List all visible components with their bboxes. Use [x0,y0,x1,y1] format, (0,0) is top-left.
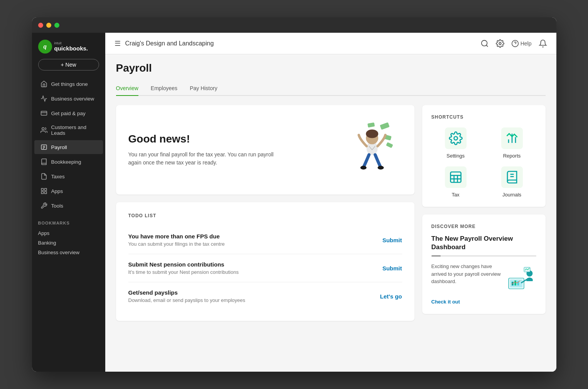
sidebar-item-get-things-done[interactable]: Get things done [34,77,103,91]
chart-icon [40,95,47,102]
todo-item-desc-0: You can submit your filings in the tax c… [128,241,225,247]
sidebar: q intuit quickbooks. + New Get things do… [32,33,105,372]
good-news-heading: Good news! [128,133,275,145]
main-content: ☰ Craig's Design and Landscaping Help Pa… [105,33,556,372]
people-icon [40,127,47,134]
tab-employees[interactable]: Employees [151,81,177,96]
todo-action-0[interactable]: Submit [375,237,402,243]
discover-more-card: DISCOVER MORE The New Payroll Overview D… [422,215,546,314]
sidebar-item-label: Get things done [51,81,88,87]
todo-action-1[interactable]: Submit [375,265,402,272]
svg-rect-9 [41,192,43,194]
notifications-icon[interactable] [539,39,547,48]
dollar-icon [40,110,47,117]
sidebar-item-label: Bookkeeping [51,159,81,165]
svg-point-13 [499,42,501,45]
company-name: Craig's Design and Landscaping [125,40,214,47]
svg-point-22 [366,129,378,138]
settings-shortcut-icon-bg [445,127,467,149]
tabs-bar: Overview Employees Pay History [116,81,546,96]
tax-icon [449,170,463,184]
check-it-out-link[interactable]: Check it out [431,299,536,305]
tab-overview[interactable]: Overview [116,81,138,96]
page-title: Payroll [116,62,546,74]
search-icon[interactable] [480,39,489,48]
help-button[interactable]: Help [511,40,532,47]
todo-action-2[interactable]: Let's go [372,293,402,300]
journals-shortcut-label: Journals [502,192,521,198]
shortcuts-grid: Settings Reports [431,127,536,198]
topbar-right: Help [480,39,547,48]
bookmark-banking[interactable]: Banking [38,238,99,248]
close-button[interactable] [38,23,43,28]
svg-rect-18 [367,122,375,127]
discover-header: DISCOVER MORE [431,224,536,229]
good-news-text: Good news! You ran your final payroll fo… [128,133,275,167]
titlebar [32,17,556,33]
svg-rect-7 [41,188,43,190]
todo-header: TODO LIST [128,213,402,218]
svg-line-12 [486,45,488,47]
todo-item-text-2: Get/send payslips Download, email or sen… [128,289,246,303]
todo-card: TODO LIST You have more than one FPS due… [116,202,414,321]
discover-illustration [505,263,536,293]
todo-item-title-2: Get/send payslips [128,289,246,296]
journals-shortcut-icon-bg [501,166,523,188]
discover-svg [505,263,536,293]
good-news-illustration [333,119,402,181]
bookmark-apps[interactable]: Apps [38,228,99,238]
sidebar-item-apps[interactable]: Apps [34,184,103,198]
sidebar-item-get-paid-pay[interactable]: Get paid & pay [34,106,103,120]
quickbooks-label: quickbooks. [54,45,88,52]
svg-rect-10 [44,192,46,194]
window-controls [38,23,59,28]
sidebar-item-label: Payroll [51,144,67,150]
shortcut-settings[interactable]: Settings [431,127,480,159]
settings-icon [449,131,463,145]
svg-point-25 [454,137,457,140]
sidebar-item-tools[interactable]: Tools [34,199,103,213]
good-news-card: Good news! You ran your final payroll fo… [116,105,414,194]
settings-gear-icon[interactable] [496,39,504,48]
sidebar-item-taxes[interactable]: Taxes [34,169,103,183]
svg-point-24 [377,166,384,170]
tools-icon [40,202,47,209]
sidebar-item-business-overview[interactable]: Business overview [34,92,103,106]
tab-pay-history[interactable]: Pay History [190,81,217,96]
shortcuts-header: SHORTCUTS [431,114,536,120]
jumping-person-svg [333,119,402,181]
sidebar-item-customers-leads[interactable]: Customers and Leads [34,121,103,139]
payroll-icon [40,144,47,151]
shortcut-journals[interactable]: Journals [488,166,536,198]
new-button[interactable]: + New [38,59,99,70]
svg-point-2 [42,127,44,130]
quickbooks-logo: q intuit quickbooks. [38,40,88,54]
todo-item-text-1: Submit Nest pension contributions It's t… [128,261,239,275]
svg-point-11 [481,40,487,46]
sidebar-item-bookkeeping[interactable]: Bookkeeping [34,155,103,169]
qb-icon: q [38,40,52,54]
app-body: q intuit quickbooks. + New Get things do… [32,33,556,372]
todo-item-desc-1: It's time to submit your Nest pension co… [128,269,239,275]
content-grid: Good news! You ran your final payroll fo… [116,105,546,321]
svg-rect-8 [44,188,46,190]
good-news-body: You ran your final payroll for the tax y… [128,151,275,167]
bookmark-business-overview[interactable]: Business overview [38,248,99,257]
hamburger-icon[interactable]: ☰ [115,39,121,48]
shortcut-reports[interactable]: Reports [488,127,536,159]
todo-item-title-0: You have more than one FPS due [128,233,225,240]
topbar-left: ☰ Craig's Design and Landscaping [115,39,480,48]
sidebar-item-payroll[interactable]: Payroll [34,140,103,154]
reports-shortcut-icon-bg [501,127,523,149]
svg-rect-19 [386,142,393,148]
maximize-button[interactable] [54,23,59,28]
tax-shortcut-label: Tax [452,192,459,198]
sidebar-item-label: Taxes [51,174,65,179]
discover-divider [431,255,536,257]
help-label: Help [521,40,532,47]
shortcut-tax[interactable]: Tax [431,166,480,198]
discover-title: The New Payroll Overview Dashboard [431,235,536,252]
minimize-button[interactable] [46,23,51,28]
logo-text-group: intuit quickbooks. [54,41,88,52]
svg-point-23 [360,166,366,170]
